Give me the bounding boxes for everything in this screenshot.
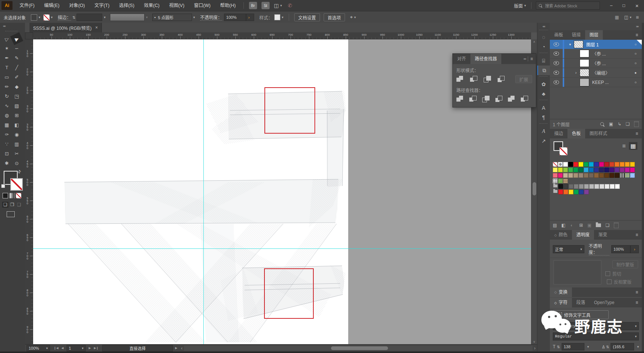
swatch[interactable] <box>609 173 614 178</box>
visibility-eye-icon[interactable] <box>554 61 559 65</box>
align-panel-icon[interactable]: ⌸ <box>537 56 550 66</box>
default-fill-stroke-icon[interactable] <box>1 184 5 188</box>
width-profile-dropdown[interactable]: • 5 点圆形 <box>152 14 192 21</box>
panel-collapse-icon[interactable]: »» <box>523 57 526 61</box>
swatch-group-folder-icon[interactable] <box>553 190 557 193</box>
style-swatch[interactable] <box>274 14 280 20</box>
swatch[interactable] <box>558 179 563 183</box>
invert-mask-checkbox[interactable]: 反相蒙版 <box>607 279 631 285</box>
swatch[interactable] <box>599 162 604 167</box>
selection-rectangle-bottom[interactable] <box>264 268 314 319</box>
visibility-eye-icon[interactable] <box>554 42 559 46</box>
swatch-list-view-icon[interactable]: ≡ <box>622 143 626 149</box>
stroke-weight-label[interactable]: 描边： <box>58 14 71 21</box>
status-expand-icon[interactable]: ▶ <box>175 346 177 350</box>
menu-item-V[interactable]: 视图(V) <box>164 0 189 11</box>
swatch[interactable] <box>630 173 635 178</box>
character-styles-panel-icon[interactable]: A <box>537 103 550 113</box>
eyedropper-tool[interactable]: ✑ <box>2 130 12 139</box>
arrange-documents-icon[interactable]: ◫▾ <box>624 15 631 20</box>
brush-definition-dropdown[interactable] <box>110 14 145 21</box>
scroll-right-icon[interactable]: › <box>534 346 536 351</box>
next-artboard-icon[interactable]: ▶ <box>89 346 91 350</box>
swatch[interactable] <box>584 173 588 178</box>
scroll-down-icon[interactable]: ∨ <box>531 340 537 343</box>
transp-opacity-spin[interactable]: › <box>630 245 639 253</box>
layer-target-icon[interactable]: ● <box>634 71 637 75</box>
swatch[interactable] <box>615 167 619 172</box>
opacity-label[interactable]: 不透明度： <box>200 14 222 21</box>
swatch[interactable] <box>589 162 594 167</box>
stroke-color-well[interactable] <box>10 178 23 191</box>
gradient-panel-icon[interactable]: ◔ <box>537 42 550 52</box>
swatch[interactable] <box>599 167 604 172</box>
curvature-tool[interactable]: ✎ <box>12 53 22 63</box>
none-button[interactable] <box>16 193 21 198</box>
gradient-button[interactable] <box>9 193 15 198</box>
new-color-group-icon[interactable] <box>596 223 601 227</box>
horizontal-guide[interactable] <box>33 248 531 249</box>
document-tab[interactable]: SSSS.ai @ 100% (RGB/预览) × <box>29 23 102 32</box>
layer-row[interactable]: KEEP ...○ <box>550 78 642 87</box>
shape-mode-2-button[interactable] <box>484 76 491 82</box>
type-tool[interactable]: T <box>2 63 12 72</box>
layer-expand-icon[interactable]: › <box>573 71 579 75</box>
artboard-tool[interactable]: ⊡ <box>2 149 12 158</box>
swatch[interactable] <box>579 162 583 167</box>
font-style-select[interactable]: Regular ▾ <box>553 332 639 340</box>
font-size-field[interactable]: 138 <box>562 343 584 350</box>
blend-mode-select[interactable]: 正常 ▾ <box>553 245 584 253</box>
pathfinder-2-button[interactable] <box>482 96 490 102</box>
character-tab-0[interactable]: ◇字符 <box>550 298 572 308</box>
opacity-spin[interactable]: › <box>246 14 254 21</box>
new-layer-icon[interactable]: ❏ <box>626 121 630 127</box>
stroke-swatch-chevron[interactable]: ▾ <box>51 15 53 19</box>
font-family-select[interactable]: Agency FB ▾ <box>553 322 639 330</box>
swatch[interactable] <box>568 167 573 172</box>
swatch[interactable] <box>574 190 579 194</box>
transparency-tab-1[interactable]: 透明度 <box>572 230 594 240</box>
fill-swatch-chevron[interactable]: ▾ <box>39 15 40 19</box>
toolbar-grip[interactable] <box>5 31 18 31</box>
transparency-menu-icon[interactable]: ≡ <box>636 232 638 237</box>
slice-tool[interactable]: ✂ <box>12 149 22 158</box>
swatch[interactable] <box>568 162 573 167</box>
swatch[interactable] <box>599 173 604 178</box>
swatch[interactable] <box>589 173 594 178</box>
stroke-stepper[interactable]: ⇅ <box>72 15 75 20</box>
scroll-up-icon[interactable]: ∧ <box>531 40 537 43</box>
vertical-guide[interactable] <box>203 39 204 344</box>
layer-row[interactable]: ▾图层 1○ <box>550 40 642 49</box>
shape-mode-3-button[interactable] <box>497 76 505 82</box>
swatch-kinds-icon[interactable]: ⊞ <box>579 223 583 228</box>
first-artboard-icon[interactable]: ❙◀ <box>54 346 58 350</box>
swatch[interactable] <box>563 162 568 167</box>
dock-expand-icon[interactable]: «« <box>537 25 550 28</box>
swatch-tab-2[interactable]: 图形样式 <box>585 129 612 138</box>
prev-artboard-icon[interactable]: ◀ <box>61 346 64 350</box>
swatch[interactable] <box>594 173 599 178</box>
toolbar-collapse-icon[interactable]: «« <box>3 24 5 28</box>
pathfinder-4-button[interactable] <box>508 96 515 102</box>
menu-item-S[interactable]: 选择(S) <box>114 0 139 11</box>
transparency-tab-0[interactable]: ◇颜色 <box>550 230 572 240</box>
swatch[interactable] <box>568 173 573 178</box>
layer-expand-icon[interactable]: ▾ <box>567 42 573 46</box>
draw-behind-icon[interactable]: ❐ <box>9 202 15 208</box>
swatch[interactable] <box>579 190 584 194</box>
swatch[interactable] <box>620 173 625 178</box>
pathfinder-panel-icon[interactable]: ⧉ <box>537 66 551 75</box>
minimize-button[interactable]: – <box>605 3 618 8</box>
layer-row[interactable]: 〈参 ...○ <box>550 59 642 68</box>
draw-inside-icon[interactable]: ❑ <box>16 202 22 208</box>
pencil-tool[interactable]: ✏ <box>2 82 12 91</box>
color-button[interactable] <box>3 193 8 198</box>
stock-button[interactable]: St <box>261 2 270 9</box>
scroll-left-icon[interactable]: ‹ <box>181 346 182 351</box>
swatch[interactable] <box>630 167 635 172</box>
stock-search-input[interactable]: 搜索 Adobe Stock <box>536 1 600 10</box>
new-sublayer-icon[interactable]: ↳ <box>618 121 621 127</box>
width-tool[interactable]: ∿ <box>2 101 12 110</box>
swatch[interactable] <box>573 162 578 167</box>
stroke-swatch[interactable] <box>43 14 50 21</box>
